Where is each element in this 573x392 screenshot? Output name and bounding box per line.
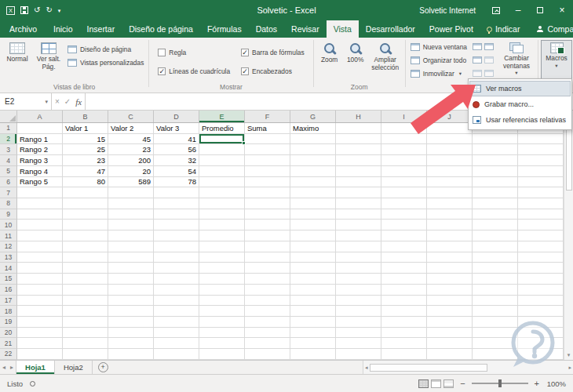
cell-I17[interactable]	[381, 296, 427, 307]
row-header-9[interactable]: 9	[0, 209, 17, 220]
sheet-tab-hoja1[interactable]: Hoja1	[16, 361, 55, 374]
cell-I13[interactable]	[381, 252, 427, 263]
cell-A10[interactable]	[17, 220, 63, 230]
cell-F6[interactable]	[245, 177, 290, 188]
cell-L22[interactable]	[518, 349, 564, 360]
cell-B19[interactable]	[63, 317, 108, 328]
cell-A16[interactable]	[17, 285, 63, 296]
cell-C1[interactable]: Valor 2	[108, 123, 154, 134]
cell-F14[interactable]	[245, 263, 290, 274]
vertical-scroll-thumb[interactable]	[566, 122, 572, 191]
cell-L19[interactable]	[518, 317, 564, 328]
cell-E21[interactable]	[199, 338, 245, 349]
row-header-11[interactable]: 11	[0, 230, 17, 241]
cell-F3[interactable]	[245, 144, 290, 155]
new-sheet-button[interactable]: +	[98, 362, 108, 372]
cancel-icon[interactable]: ×	[55, 97, 60, 106]
cell-K16[interactable]	[473, 285, 518, 296]
cell-C7[interactable]	[108, 187, 154, 198]
cell-F8[interactable]	[245, 198, 290, 209]
cell-C9[interactable]	[108, 209, 154, 220]
cell-H12[interactable]	[336, 241, 381, 252]
cell-L15[interactable]	[518, 274, 564, 285]
cell-K7[interactable]	[473, 187, 518, 198]
cell-H1[interactable]	[336, 123, 381, 134]
cell-C8[interactable]	[108, 198, 154, 209]
tell-me-box[interactable]: Indicar	[480, 20, 527, 38]
cell-I1[interactable]	[381, 123, 427, 134]
row-header-10[interactable]: 10	[0, 220, 17, 230]
cell-J15[interactable]	[427, 274, 473, 285]
cell-I10[interactable]	[381, 220, 427, 230]
column-header-c[interactable]: C	[108, 111, 154, 122]
cell-C17[interactable]	[108, 296, 154, 307]
tab-power-pivot[interactable]: Power Pivot	[422, 20, 480, 38]
account-name[interactable]: Solvetic Internet	[419, 6, 476, 15]
cell-L11[interactable]	[518, 230, 564, 241]
cell-B10[interactable]	[63, 220, 108, 230]
cell-C10[interactable]	[108, 220, 154, 230]
row-header-6[interactable]: 6	[0, 177, 17, 188]
column-header-b[interactable]: B	[63, 111, 108, 122]
cell-A20[interactable]	[17, 328, 63, 339]
cell-F7[interactable]	[245, 187, 290, 198]
row-header-4[interactable]: 4	[0, 155, 17, 166]
cell-C19[interactable]	[108, 317, 154, 328]
cell-D22[interactable]	[154, 349, 199, 360]
cell-K19[interactable]	[473, 317, 518, 328]
cell-E14[interactable]	[199, 263, 245, 274]
organizar-todo-button[interactable]: Organizar todo	[408, 53, 469, 67]
page-break-preview-button[interactable]: Ver salt. Pág.	[32, 40, 65, 82]
row-header-13[interactable]: 13	[0, 252, 17, 263]
cell-J3[interactable]	[427, 144, 473, 155]
column-header-f[interactable]: F	[245, 111, 290, 122]
cell-J16[interactable]	[427, 285, 473, 296]
row-header-15[interactable]: 15	[0, 274, 17, 285]
cell-L5[interactable]	[518, 166, 564, 177]
row-header-2[interactable]: 2	[0, 134, 17, 145]
cell-E13[interactable]	[199, 252, 245, 263]
synchronous-scroll-icon[interactable]	[484, 56, 494, 64]
cell-G3[interactable]	[290, 144, 336, 155]
cell-C11[interactable]	[108, 230, 154, 241]
cell-I11[interactable]	[381, 230, 427, 241]
row-header-1[interactable]: 1	[0, 123, 17, 134]
column-header-h[interactable]: H	[336, 111, 381, 122]
cell-H7[interactable]	[336, 187, 381, 198]
tab-diseno-de-pagina[interactable]: Diseño de página	[122, 20, 200, 38]
cell-F5[interactable]	[245, 166, 290, 177]
zoom-slider[interactable]	[472, 383, 528, 384]
nueva-ventana-button[interactable]: Nueva ventana	[408, 40, 469, 53]
cell-L3[interactable]	[518, 144, 564, 155]
page-layout-status-icon[interactable]	[431, 379, 441, 388]
cell-A15[interactable]	[17, 274, 63, 285]
cell-D4[interactable]: 32	[154, 155, 199, 166]
row-header-12[interactable]: 12	[0, 241, 17, 252]
cell-A21[interactable]	[17, 338, 63, 349]
cell-I3[interactable]	[381, 144, 427, 155]
cell-G1[interactable]: Maximo	[290, 123, 336, 134]
cell-L18[interactable]	[518, 306, 564, 317]
cell-H3[interactable]	[336, 144, 381, 155]
cell-J6[interactable]	[427, 177, 473, 188]
cell-I19[interactable]	[381, 317, 427, 328]
cell-E7[interactable]	[199, 187, 245, 198]
cell-K4[interactable]	[473, 155, 518, 166]
cell-A14[interactable]	[17, 263, 63, 274]
cell-F12[interactable]	[245, 241, 290, 252]
cell-A7[interactable]	[17, 187, 63, 198]
cell-A9[interactable]	[17, 209, 63, 220]
cell-H5[interactable]	[336, 166, 381, 177]
cell-G6[interactable]	[290, 177, 336, 188]
cell-A1[interactable]	[17, 123, 63, 134]
cell-C14[interactable]	[108, 263, 154, 274]
cell-K2[interactable]	[473, 134, 518, 145]
scroll-down-icon[interactable]: ▾	[568, 350, 571, 360]
cell-E15[interactable]	[199, 274, 245, 285]
cell-H22[interactable]	[336, 349, 381, 360]
cell-I6[interactable]	[381, 177, 427, 188]
cell-F2[interactable]	[245, 134, 290, 145]
cell-A17[interactable]	[17, 296, 63, 307]
cell-G19[interactable]	[290, 317, 336, 328]
cell-J9[interactable]	[427, 209, 473, 220]
